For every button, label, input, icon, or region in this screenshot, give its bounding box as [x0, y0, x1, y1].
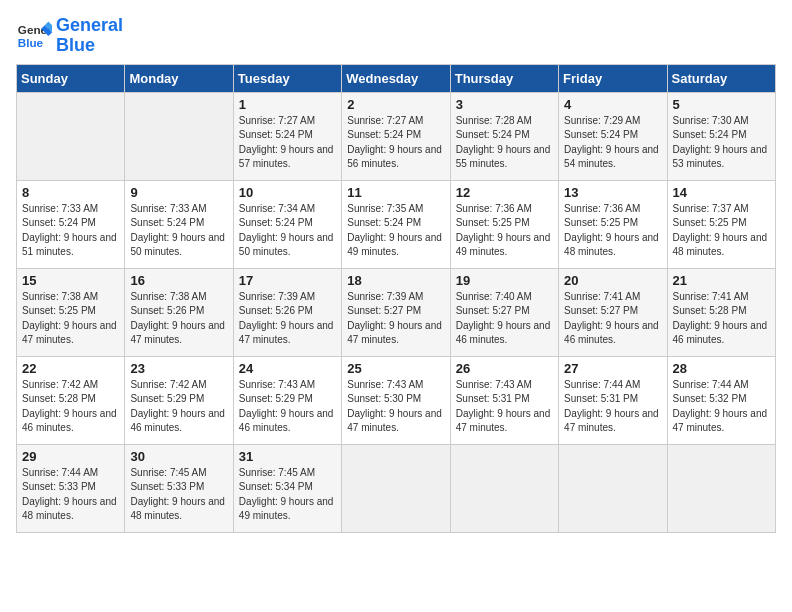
day-number: 23: [130, 361, 227, 376]
calendar-cell: 15Sunrise: 7:38 AMSunset: 5:25 PMDayligh…: [17, 268, 125, 356]
day-number: 8: [22, 185, 119, 200]
calendar-cell: 28Sunrise: 7:44 AMSunset: 5:32 PMDayligh…: [667, 356, 775, 444]
day-number: 20: [564, 273, 661, 288]
day-number: 4: [564, 97, 661, 112]
day-number: 5: [673, 97, 770, 112]
day-info: Sunrise: 7:27 AMSunset: 5:24 PMDaylight:…: [347, 114, 444, 172]
calendar-cell: [450, 444, 558, 532]
calendar-cell: 16Sunrise: 7:38 AMSunset: 5:26 PMDayligh…: [125, 268, 233, 356]
day-number: 28: [673, 361, 770, 376]
day-number: 21: [673, 273, 770, 288]
day-info: Sunrise: 7:33 AMSunset: 5:24 PMDaylight:…: [130, 202, 227, 260]
col-header-tuesday: Tuesday: [233, 64, 341, 92]
calendar-cell: [125, 92, 233, 180]
logo: General Blue GeneralBlue: [16, 16, 123, 56]
calendar-cell: 17Sunrise: 7:39 AMSunset: 5:26 PMDayligh…: [233, 268, 341, 356]
col-header-monday: Monday: [125, 64, 233, 92]
calendar-cell: 2Sunrise: 7:27 AMSunset: 5:24 PMDaylight…: [342, 92, 450, 180]
calendar-cell: [342, 444, 450, 532]
calendar-cell: 1Sunrise: 7:27 AMSunset: 5:24 PMDaylight…: [233, 92, 341, 180]
day-info: Sunrise: 7:30 AMSunset: 5:24 PMDaylight:…: [673, 114, 770, 172]
day-info: Sunrise: 7:36 AMSunset: 5:25 PMDaylight:…: [456, 202, 553, 260]
calendar-cell: 8Sunrise: 7:33 AMSunset: 5:24 PMDaylight…: [17, 180, 125, 268]
day-info: Sunrise: 7:45 AMSunset: 5:34 PMDaylight:…: [239, 466, 336, 524]
day-info: Sunrise: 7:44 AMSunset: 5:32 PMDaylight:…: [673, 378, 770, 436]
logo-icon: General Blue: [16, 18, 52, 54]
day-number: 24: [239, 361, 336, 376]
svg-text:Blue: Blue: [18, 36, 44, 49]
day-info: Sunrise: 7:34 AMSunset: 5:24 PMDaylight:…: [239, 202, 336, 260]
day-info: Sunrise: 7:44 AMSunset: 5:33 PMDaylight:…: [22, 466, 119, 524]
col-header-friday: Friday: [559, 64, 667, 92]
calendar-cell: 12Sunrise: 7:36 AMSunset: 5:25 PMDayligh…: [450, 180, 558, 268]
day-info: Sunrise: 7:35 AMSunset: 5:24 PMDaylight:…: [347, 202, 444, 260]
calendar-week-1: 1Sunrise: 7:27 AMSunset: 5:24 PMDaylight…: [17, 92, 776, 180]
day-number: 22: [22, 361, 119, 376]
day-info: Sunrise: 7:43 AMSunset: 5:31 PMDaylight:…: [456, 378, 553, 436]
header: General Blue GeneralBlue: [16, 16, 776, 56]
day-number: 16: [130, 273, 227, 288]
day-number: 13: [564, 185, 661, 200]
day-number: 14: [673, 185, 770, 200]
day-number: 1: [239, 97, 336, 112]
day-number: 15: [22, 273, 119, 288]
calendar-cell: 3Sunrise: 7:28 AMSunset: 5:24 PMDaylight…: [450, 92, 558, 180]
day-info: Sunrise: 7:36 AMSunset: 5:25 PMDaylight:…: [564, 202, 661, 260]
calendar-cell: 5Sunrise: 7:30 AMSunset: 5:24 PMDaylight…: [667, 92, 775, 180]
col-header-sunday: Sunday: [17, 64, 125, 92]
day-info: Sunrise: 7:29 AMSunset: 5:24 PMDaylight:…: [564, 114, 661, 172]
calendar-cell: 29Sunrise: 7:44 AMSunset: 5:33 PMDayligh…: [17, 444, 125, 532]
day-number: 11: [347, 185, 444, 200]
col-header-thursday: Thursday: [450, 64, 558, 92]
calendar-cell: 26Sunrise: 7:43 AMSunset: 5:31 PMDayligh…: [450, 356, 558, 444]
calendar-cell: 27Sunrise: 7:44 AMSunset: 5:31 PMDayligh…: [559, 356, 667, 444]
day-info: Sunrise: 7:43 AMSunset: 5:29 PMDaylight:…: [239, 378, 336, 436]
logo-text: GeneralBlue: [56, 16, 123, 56]
calendar-cell: 30Sunrise: 7:45 AMSunset: 5:33 PMDayligh…: [125, 444, 233, 532]
calendar-cell: 22Sunrise: 7:42 AMSunset: 5:28 PMDayligh…: [17, 356, 125, 444]
day-info: Sunrise: 7:40 AMSunset: 5:27 PMDaylight:…: [456, 290, 553, 348]
calendar-cell: [17, 92, 125, 180]
day-info: Sunrise: 7:39 AMSunset: 5:26 PMDaylight:…: [239, 290, 336, 348]
day-number: 10: [239, 185, 336, 200]
day-info: Sunrise: 7:43 AMSunset: 5:30 PMDaylight:…: [347, 378, 444, 436]
day-number: 30: [130, 449, 227, 464]
calendar-cell: 11Sunrise: 7:35 AMSunset: 5:24 PMDayligh…: [342, 180, 450, 268]
day-info: Sunrise: 7:33 AMSunset: 5:24 PMDaylight:…: [22, 202, 119, 260]
calendar-cell: 9Sunrise: 7:33 AMSunset: 5:24 PMDaylight…: [125, 180, 233, 268]
calendar-cell: 23Sunrise: 7:42 AMSunset: 5:29 PMDayligh…: [125, 356, 233, 444]
day-number: 29: [22, 449, 119, 464]
day-number: 27: [564, 361, 661, 376]
calendar-cell: 24Sunrise: 7:43 AMSunset: 5:29 PMDayligh…: [233, 356, 341, 444]
day-info: Sunrise: 7:41 AMSunset: 5:28 PMDaylight:…: [673, 290, 770, 348]
calendar-table: SundayMondayTuesdayWednesdayThursdayFrid…: [16, 64, 776, 533]
day-number: 9: [130, 185, 227, 200]
day-info: Sunrise: 7:27 AMSunset: 5:24 PMDaylight:…: [239, 114, 336, 172]
day-info: Sunrise: 7:38 AMSunset: 5:25 PMDaylight:…: [22, 290, 119, 348]
calendar-cell: 25Sunrise: 7:43 AMSunset: 5:30 PMDayligh…: [342, 356, 450, 444]
calendar-cell: 21Sunrise: 7:41 AMSunset: 5:28 PMDayligh…: [667, 268, 775, 356]
day-number: 3: [456, 97, 553, 112]
calendar-cell: [667, 444, 775, 532]
calendar-cell: [559, 444, 667, 532]
day-number: 18: [347, 273, 444, 288]
day-info: Sunrise: 7:42 AMSunset: 5:29 PMDaylight:…: [130, 378, 227, 436]
day-number: 12: [456, 185, 553, 200]
col-header-saturday: Saturday: [667, 64, 775, 92]
calendar-header: SundayMondayTuesdayWednesdayThursdayFrid…: [17, 64, 776, 92]
day-info: Sunrise: 7:41 AMSunset: 5:27 PMDaylight:…: [564, 290, 661, 348]
calendar-cell: 20Sunrise: 7:41 AMSunset: 5:27 PMDayligh…: [559, 268, 667, 356]
day-number: 31: [239, 449, 336, 464]
day-number: 2: [347, 97, 444, 112]
day-info: Sunrise: 7:38 AMSunset: 5:26 PMDaylight:…: [130, 290, 227, 348]
calendar-cell: 4Sunrise: 7:29 AMSunset: 5:24 PMDaylight…: [559, 92, 667, 180]
calendar-cell: 13Sunrise: 7:36 AMSunset: 5:25 PMDayligh…: [559, 180, 667, 268]
col-header-wednesday: Wednesday: [342, 64, 450, 92]
day-number: 19: [456, 273, 553, 288]
calendar-cell: 19Sunrise: 7:40 AMSunset: 5:27 PMDayligh…: [450, 268, 558, 356]
day-info: Sunrise: 7:42 AMSunset: 5:28 PMDaylight:…: [22, 378, 119, 436]
day-info: Sunrise: 7:39 AMSunset: 5:27 PMDaylight:…: [347, 290, 444, 348]
calendar-cell: 31Sunrise: 7:45 AMSunset: 5:34 PMDayligh…: [233, 444, 341, 532]
calendar-week-2: 8Sunrise: 7:33 AMSunset: 5:24 PMDaylight…: [17, 180, 776, 268]
day-info: Sunrise: 7:44 AMSunset: 5:31 PMDaylight:…: [564, 378, 661, 436]
